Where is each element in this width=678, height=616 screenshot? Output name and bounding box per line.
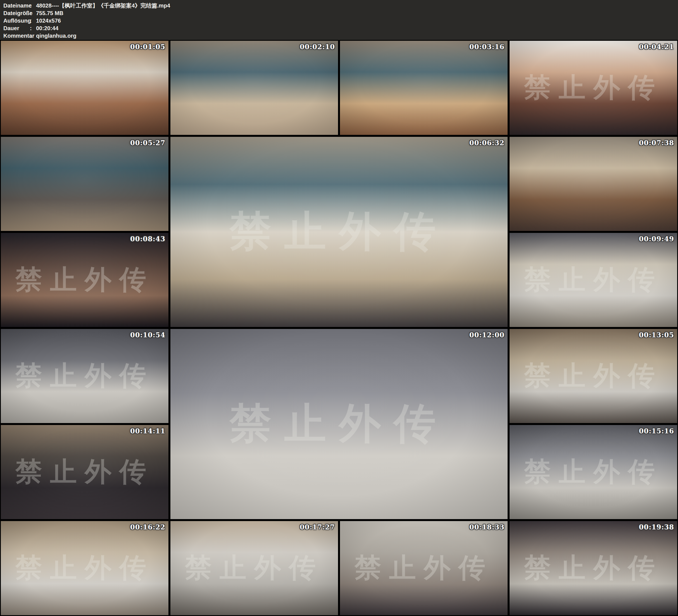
filesize-value: 755.75 MB [36, 9, 64, 17]
filename-value: 48028----【枫叶工作室】《千金绑架案4》完结篇.mp4 [36, 2, 170, 9]
video-thumbnail[interactable]: 禁止外传 00:03:16 [340, 41, 507, 135]
timestamp-overlay: 00:17:27 [300, 523, 335, 531]
timestamp-overlay: 00:04:21 [639, 43, 674, 51]
file-metadata-header: Dateiname : 48028----【枫叶工作室】《千金绑架案4》完结篇.… [0, 0, 678, 40]
thumbnail-grid: 禁止外传 00:01:05 禁止外传 00:02:10 禁止外传 00:03:1… [0, 40, 678, 616]
timestamp-overlay: 00:14:11 [130, 427, 165, 435]
video-thumbnail[interactable]: 禁止外传 00:14:11 [1, 425, 168, 519]
timestamp-overlay: 00:06:32 [469, 139, 504, 147]
video-thumbnail[interactable]: 禁止外传 00:06:32 [171, 137, 507, 327]
timestamp-overlay: 00:12:00 [469, 331, 504, 339]
timestamp-overlay: 00:05:27 [130, 139, 165, 147]
thumbnail-vignette [1, 329, 168, 423]
separator: : [30, 9, 36, 17]
resolution-value: 1024x576 [36, 17, 61, 25]
thumbnail-vignette [171, 41, 338, 135]
timestamp-overlay: 00:07:38 [639, 139, 674, 147]
video-thumbnail[interactable]: 禁止外传 00:04:21 [510, 41, 677, 135]
thumbnail-vignette [1, 137, 168, 231]
timestamp-overlay: 00:08:43 [130, 235, 165, 243]
comment-label: Kommentar [3, 32, 30, 40]
video-thumbnail[interactable]: 禁止外传 00:16:22 [1, 521, 168, 615]
meta-row-resolution: Auflösung : 1024x576 [3, 17, 678, 25]
timestamp-overlay: 00:18:33 [469, 523, 504, 531]
video-thumbnail[interactable]: 禁止外传 00:10:54 [1, 329, 168, 423]
video-thumbnail[interactable]: 禁止外传 00:05:27 [1, 137, 168, 231]
timestamp-overlay: 00:19:38 [639, 523, 674, 531]
meta-row-filesize: Dateigröße : 755.75 MB [3, 9, 678, 17]
separator: : [30, 32, 36, 40]
video-thumbnail[interactable]: 禁止外传 00:09:49 [510, 233, 677, 327]
video-thumbnail[interactable]: 禁止外传 00:08:43 [1, 233, 168, 327]
thumbnail-vignette [340, 41, 507, 135]
video-thumbnail[interactable]: 禁止外传 00:01:05 [1, 41, 168, 135]
timestamp-overlay: 00:15:16 [639, 427, 674, 435]
thumbnail-vignette [171, 521, 338, 615]
thumbnail-vignette [1, 233, 168, 327]
meta-row-filename: Dateiname : 48028----【枫叶工作室】《千金绑架案4》完结篇.… [3, 2, 678, 9]
duration-value: 00:20:44 [36, 25, 59, 32]
meta-row-comment: Kommentar : qinglanhua.org [3, 32, 678, 40]
separator: : [30, 17, 36, 25]
thumbnail-vignette [510, 329, 677, 423]
filesize-label: Dateigröße [3, 9, 30, 17]
thumbnail-vignette [171, 329, 507, 519]
thumbnail-vignette [510, 521, 677, 615]
timestamp-overlay: 00:02:10 [300, 43, 335, 51]
video-thumbnail[interactable]: 禁止外传 00:12:00 [171, 329, 507, 519]
thumbnail-vignette [510, 41, 677, 135]
meta-row-duration: Dauer : 00:20:44 [3, 25, 678, 32]
thumbnail-vignette [1, 425, 168, 519]
video-thumbnail[interactable]: 禁止外传 00:15:16 [510, 425, 677, 519]
thumbnail-vignette [171, 137, 507, 327]
timestamp-overlay: 00:03:16 [469, 43, 504, 51]
thumbnail-vignette [1, 41, 168, 135]
video-thumbnail[interactable]: 禁止外传 00:17:27 [171, 521, 338, 615]
video-thumbnail[interactable]: 禁止外传 00:19:38 [510, 521, 677, 615]
duration-label: Dauer [3, 25, 30, 32]
separator: : [30, 25, 36, 32]
timestamp-overlay: 00:10:54 [130, 331, 165, 339]
filename-label: Dateiname [3, 2, 30, 9]
separator: : [30, 2, 36, 9]
video-thumbnail[interactable]: 禁止外传 00:18:33 [340, 521, 507, 615]
timestamp-overlay: 00:01:05 [130, 43, 165, 51]
thumbnail-vignette [340, 521, 507, 615]
thumbnail-vignette [1, 521, 168, 615]
timestamp-overlay: 00:13:05 [639, 331, 674, 339]
timestamp-overlay: 00:16:22 [130, 523, 165, 531]
timestamp-overlay: 00:09:49 [639, 235, 674, 243]
comment-value: qinglanhua.org [36, 32, 76, 40]
resolution-label: Auflösung [3, 17, 30, 25]
video-thumbnail[interactable]: 禁止外传 00:13:05 [510, 329, 677, 423]
thumbnail-vignette [510, 137, 677, 231]
video-thumbnail[interactable]: 禁止外传 00:02:10 [171, 41, 338, 135]
video-thumbnail[interactable]: 禁止外传 00:07:38 [510, 137, 677, 231]
thumbnail-vignette [510, 425, 677, 519]
thumbnail-vignette [510, 233, 677, 327]
